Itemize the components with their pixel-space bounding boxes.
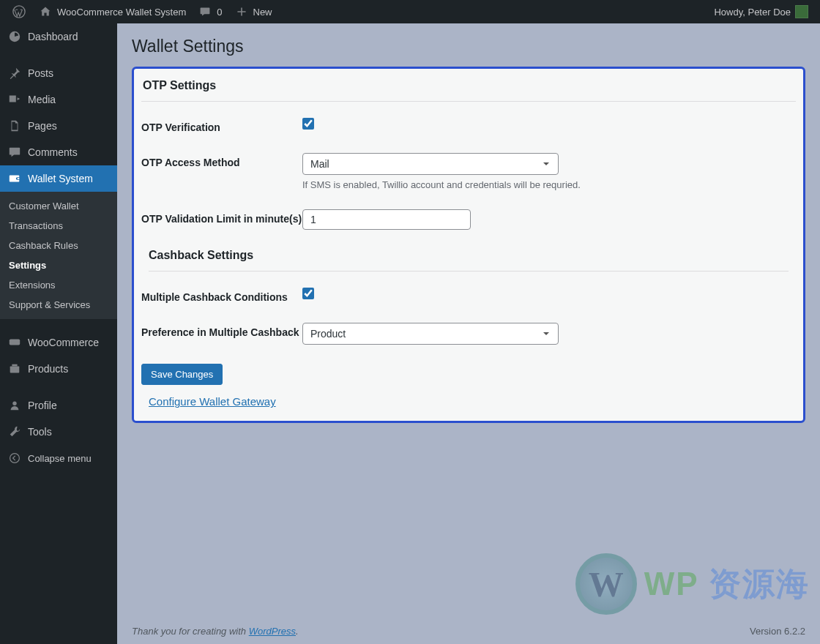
page-title: Wallet Settings: [117, 23, 820, 67]
submenu-extensions[interactable]: Extensions: [0, 275, 117, 295]
sidebar-item-label: Posts: [28, 67, 53, 79]
sidebar-item-label: Profile: [28, 400, 57, 411]
wallet-icon: [7, 171, 22, 186]
sidebar-item-woocommerce[interactable]: WooCommerce: [0, 329, 117, 356]
new-content-menu[interactable]: New: [228, 0, 278, 23]
site-name-menu[interactable]: WooCommerce Wallet System: [32, 0, 192, 23]
products-icon: [7, 362, 22, 376]
divider: [141, 101, 796, 102]
svg-point-5: [10, 454, 20, 463]
avatar: [795, 5, 808, 18]
sidebar-item-products[interactable]: Products: [0, 356, 117, 382]
svg-rect-2: [10, 366, 20, 372]
admin-bar: WooCommerce Wallet System 0 New Howdy, P…: [0, 0, 820, 23]
configure-gateway-link[interactable]: Configure Wallet Gateway: [149, 395, 276, 408]
multiple-cashback-checkbox[interactable]: [302, 288, 314, 299]
sidebar-item-posts[interactable]: Posts: [0, 60, 117, 86]
submenu-settings[interactable]: Settings: [0, 255, 117, 275]
site-name: WooCommerce Wallet System: [57, 7, 186, 18]
wallet-system-submenu: Customer Wallet Transactions Cashback Ru…: [0, 192, 117, 319]
sidebar-item-label: Media: [28, 94, 56, 105]
plus-icon: [234, 4, 249, 19]
sidebar-item-tools[interactable]: Tools: [0, 419, 117, 445]
svg-rect-3: [12, 364, 17, 367]
sidebar-item-label: Products: [28, 363, 68, 375]
new-label: New: [253, 7, 272, 18]
sidebar-item-profile[interactable]: Profile: [0, 392, 117, 419]
sidebar-item-pages[interactable]: Pages: [0, 113, 117, 139]
pin-icon: [7, 66, 22, 80]
admin-bar-left: WooCommerce Wallet System 0 New: [6, 0, 278, 23]
admin-sidebar: Dashboard Posts Media Pages Comments Wal…: [0, 23, 117, 644]
sidebar-item-media[interactable]: Media: [0, 86, 117, 113]
admin-bar-right: Howdy, Peter Doe: [708, 0, 814, 23]
submenu-transactions[interactable]: Transactions: [0, 216, 117, 236]
watermark-logo: W: [575, 553, 637, 615]
sidebar-item-label: WooCommerce: [28, 337, 99, 348]
woocommerce-icon: [7, 335, 22, 350]
sidebar-item-label: Pages: [28, 120, 57, 132]
settings-panel: OTP Settings OTP Verification OTP Access…: [132, 67, 805, 423]
footer-thanks: Thank you for creating with WordPress.: [132, 626, 299, 637]
save-button[interactable]: Save Changes: [141, 364, 223, 385]
watermark-text: WP 资源海: [644, 563, 810, 606]
wordpress-link[interactable]: WordPress: [249, 626, 296, 637]
profile-icon: [7, 398, 22, 413]
preference-cashback-select[interactable]: Product: [302, 323, 559, 345]
otp-validation-limit-label: OTP Validation Limit in minute(s): [141, 209, 302, 225]
otp-verification-row: OTP Verification: [141, 118, 796, 153]
otp-access-method-desc: If SMS is enabled, Twillio account and c…: [302, 179, 796, 190]
otp-access-method-row: OTP Access Method Mail If SMS is enabled…: [141, 153, 796, 209]
pages-icon: [7, 119, 22, 133]
preference-cashback-row: Preference in Multiple Cashback Product: [141, 323, 796, 364]
comments-menu[interactable]: 0: [192, 0, 228, 23]
sidebar-item-wallet-system[interactable]: Wallet System: [0, 165, 117, 192]
collapse-menu[interactable]: Collapse menu: [0, 445, 117, 471]
otp-validation-limit-row: OTP Validation Limit in minute(s): [141, 209, 796, 249]
multiple-cashback-row: Multiple Cashback Conditions: [141, 288, 796, 323]
preference-cashback-label: Preference in Multiple Cashback: [141, 323, 302, 339]
divider: [149, 271, 789, 272]
multiple-cashback-label: Multiple Cashback Conditions: [141, 288, 302, 304]
footer-version: Version 6.2.2: [750, 626, 805, 637]
sidebar-item-label: Comments: [28, 146, 78, 158]
otp-verification-label: OTP Verification: [141, 118, 302, 134]
submenu-customer-wallet[interactable]: Customer Wallet: [0, 196, 117, 216]
otp-verification-checkbox[interactable]: [302, 118, 314, 130]
wordpress-icon: [12, 4, 26, 19]
otp-section-title: OTP Settings: [141, 79, 796, 92]
sidebar-item-dashboard[interactable]: Dashboard: [0, 23, 117, 50]
tools-icon: [7, 424, 22, 439]
sidebar-item-label: Tools: [28, 426, 52, 438]
watermark: W WP 资源海: [575, 553, 810, 615]
home-icon: [38, 4, 53, 19]
otp-access-method-label: OTP Access Method: [141, 153, 302, 169]
collapse-label: Collapse menu: [28, 453, 92, 464]
sidebar-item-label: Dashboard: [28, 31, 78, 42]
footer: Thank you for creating with WordPress. V…: [117, 620, 820, 644]
submenu-support[interactable]: Support & Services: [0, 295, 117, 315]
howdy-text: Howdy, Peter Doe: [714, 7, 791, 18]
collapse-icon: [7, 451, 22, 465]
wp-logo-menu[interactable]: [6, 0, 32, 23]
otp-validation-limit-input[interactable]: [302, 209, 471, 230]
svg-rect-1: [10, 340, 20, 345]
svg-point-4: [12, 402, 16, 405]
cashback-section-title: Cashback Settings: [141, 249, 796, 262]
main-content: Wallet Settings OTP Settings OTP Verific…: [117, 23, 820, 644]
sidebar-item-label: Wallet System: [28, 173, 93, 184]
comment-icon: [198, 4, 212, 19]
sidebar-item-comments[interactable]: Comments: [0, 139, 117, 165]
my-account-menu[interactable]: Howdy, Peter Doe: [708, 0, 814, 23]
comment-icon: [7, 145, 22, 160]
media-icon: [7, 92, 22, 107]
otp-access-method-select[interactable]: Mail: [302, 153, 559, 175]
submenu-cashback-rules[interactable]: Cashback Rules: [0, 236, 117, 255]
comments-count: 0: [217, 7, 222, 18]
dashboard-icon: [7, 29, 22, 44]
